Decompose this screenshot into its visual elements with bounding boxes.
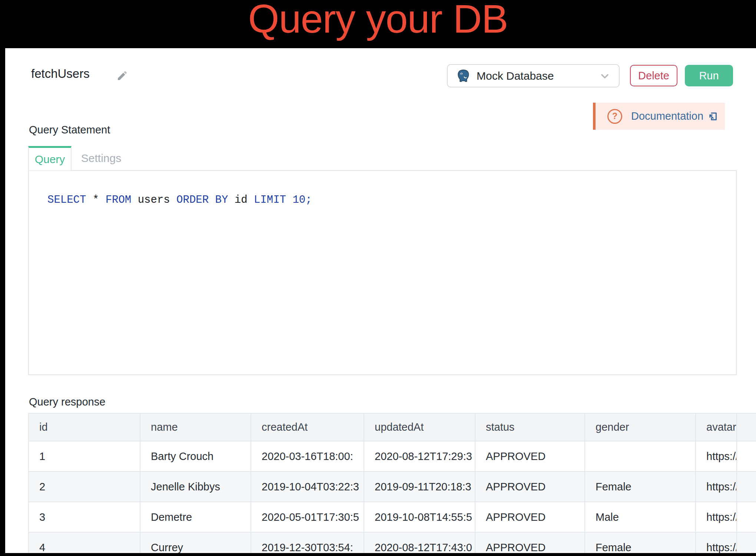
table-cell [737, 441, 756, 471]
tab-query[interactable]: Query [28, 146, 72, 171]
table-cell [737, 532, 756, 553]
table-cell: APPROVED [475, 471, 585, 502]
sql-token: 10; [292, 194, 312, 206]
column-header [737, 413, 756, 441]
delete-button[interactable]: Delete [630, 65, 677, 86]
top-banner: Query your DB [0, 0, 756, 48]
table-cell: 2019-10-04T03:22:3 [251, 471, 364, 502]
table-cell: APPROVED [475, 532, 585, 553]
table-cell: Barty Crouch [140, 441, 251, 471]
table-cell: 2019-12-30T03:54: [251, 532, 364, 553]
column-header: name [140, 413, 251, 441]
table-cell [585, 441, 696, 471]
query-response-table-container: idnamecreatedAtupdatedAtstatusgenderavat… [28, 413, 756, 553]
table-cell: https:// [696, 532, 737, 553]
sql-token [286, 194, 292, 206]
table-cell [737, 471, 756, 502]
table-row: 4Currey2019-12-30T03:54:2020-08-12T17:43… [29, 532, 756, 553]
column-header: avatar [696, 413, 737, 441]
page-title: Query your DB [0, 0, 756, 42]
query-statement-label: Query Statement [29, 124, 110, 136]
sql-token: LIMIT [254, 194, 286, 206]
sql-editor[interactable]: SELECT * FROM users ORDER BY id LIMIT 10… [28, 170, 737, 375]
table-row: 1Barty Crouch2020-03-16T18:00:2020-08-12… [29, 441, 756, 471]
query-response-label: Query response [29, 396, 105, 408]
table-cell: 2020-08-12T17:43:0 [364, 532, 475, 553]
table-cell: https:// [696, 502, 737, 532]
app-screenshot: Query your DB fetchUsers Mock Database D… [0, 0, 756, 556]
table-cell: Currey [140, 532, 251, 553]
sql-token: SELECT [47, 194, 86, 206]
table-cell: 2019-09-11T20:18:3 [364, 471, 475, 502]
table-cell: 2020-08-12T17:29:3 [364, 441, 475, 471]
sql-token: * [86, 194, 105, 206]
table-cell: 2019-10-08T14:55:5 [364, 502, 475, 532]
table-cell: 1 [29, 441, 140, 471]
documentation-callout[interactable]: ? Documentation [593, 103, 725, 130]
resource-selector-value: Mock Database [477, 70, 599, 82]
table-head: idnamecreatedAtupdatedAtstatusgenderavat… [29, 413, 756, 441]
sql-token: FROM [106, 194, 132, 206]
query-response-table: idnamecreatedAtupdatedAtstatusgenderavat… [28, 413, 756, 553]
column-header: createdAt [251, 413, 364, 441]
sql-code-line: SELECT * FROM users ORDER BY id LIMIT 10… [47, 194, 312, 206]
table-cell: Male [585, 502, 696, 532]
sql-token [209, 194, 215, 206]
table-cell: 2020-03-16T18:00: [251, 441, 364, 471]
table-cell: Female [585, 471, 696, 502]
table-cell: 4 [29, 532, 140, 553]
column-header: id [29, 413, 140, 441]
documentation-link[interactable]: Documentation [631, 110, 703, 122]
edit-pencil-icon[interactable] [116, 70, 128, 82]
chevron-down-icon [599, 70, 611, 82]
query-editor-panel: fetchUsers Mock Database Delete Run ? [5, 48, 756, 553]
table-cell: 2 [29, 471, 140, 502]
postgresql-icon [456, 69, 471, 83]
column-header: updatedAt [364, 413, 475, 441]
table-body: 1Barty Crouch2020-03-16T18:00:2020-08-12… [29, 441, 756, 553]
table-cell: APPROVED [475, 502, 585, 532]
sql-token: ORDER [176, 194, 209, 206]
run-button[interactable]: Run [685, 65, 733, 86]
sql-token: id [228, 194, 254, 206]
sql-token: users [131, 194, 176, 206]
external-link-icon [707, 111, 718, 122]
table-cell [737, 502, 756, 532]
tab-settings[interactable]: Settings [72, 146, 131, 171]
sql-token: BY [215, 194, 228, 206]
column-header: gender [585, 413, 696, 441]
table-row: 3Demetre2020-05-01T17:30:52019-10-08T14:… [29, 502, 756, 532]
query-name-title: fetchUsers [31, 67, 90, 81]
resource-selector[interactable]: Mock Database [447, 64, 620, 87]
table-cell: Demetre [140, 502, 251, 532]
table-cell: https:// [696, 471, 737, 502]
column-header: status [475, 413, 585, 441]
table-cell: https:// [696, 441, 737, 471]
question-circle-icon: ? [607, 109, 622, 124]
table-cell: Female [585, 532, 696, 553]
table-cell: 2020-05-01T17:30:5 [251, 502, 364, 532]
table-cell: 3 [29, 502, 140, 532]
table-cell: APPROVED [475, 441, 585, 471]
table-row: 2Jenelle Kibbys2019-10-04T03:22:32019-09… [29, 471, 756, 502]
table-cell: Jenelle Kibbys [140, 471, 251, 502]
header-row: idnamecreatedAtupdatedAtstatusgenderavat… [29, 413, 756, 441]
